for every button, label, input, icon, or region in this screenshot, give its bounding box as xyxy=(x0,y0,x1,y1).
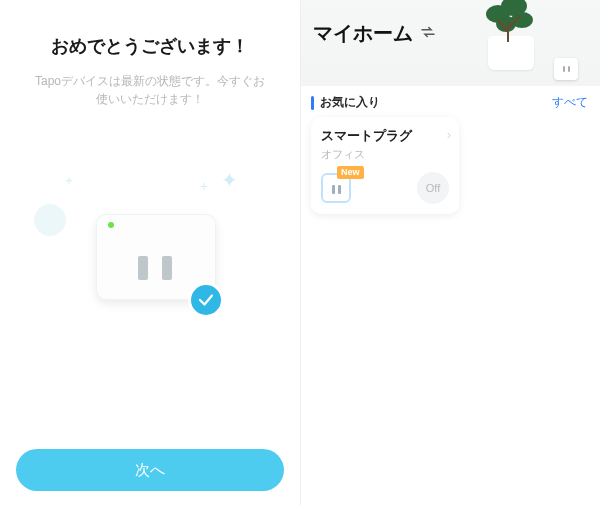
favorites-section-header: お気に入り すべて xyxy=(301,86,600,117)
favorites-label: お気に入り xyxy=(320,94,380,111)
device-name: スマートプラグ xyxy=(321,127,449,145)
plug-icon xyxy=(554,58,578,80)
deco-circle xyxy=(34,204,66,236)
congrats-body: Tapoデバイスは最新の状態です。今すぐお使いいただけます！ xyxy=(24,72,276,108)
next-button[interactable]: 次へ xyxy=(16,449,284,491)
new-badge: New xyxy=(337,166,364,179)
device-location: オフィス xyxy=(321,147,449,162)
swap-icon xyxy=(419,23,437,45)
home-title-row[interactable]: マイホーム xyxy=(313,20,437,47)
power-toggle-button[interactable]: Off xyxy=(417,172,449,204)
sparkle-icon: ✦ xyxy=(64,174,74,188)
check-icon xyxy=(188,282,224,318)
chevron-right-icon: › xyxy=(447,127,451,142)
see-all-link[interactable]: すべて xyxy=(552,94,588,111)
sparkle-icon: + xyxy=(200,178,208,194)
accent-bar xyxy=(311,96,314,110)
congrats-title: おめでとうございます！ xyxy=(51,34,249,58)
home-title: マイホーム xyxy=(313,20,413,47)
hero-image: マイホーム xyxy=(301,0,600,86)
sparkle-icon: ✦ xyxy=(221,168,238,192)
device-card[interactable]: › スマートプラグ オフィス New Off xyxy=(311,117,459,214)
plant-icon xyxy=(478,0,538,50)
setup-complete-screen: おめでとうございます！ Tapoデバイスは最新の状態です。今すぐお使いいただけま… xyxy=(0,0,300,505)
home-screen: マイホーム お気に入り すべて › スマートプラグ オフィス New Off xyxy=(300,0,600,505)
plug-illustration: ✦ + ✦ xyxy=(24,174,276,334)
